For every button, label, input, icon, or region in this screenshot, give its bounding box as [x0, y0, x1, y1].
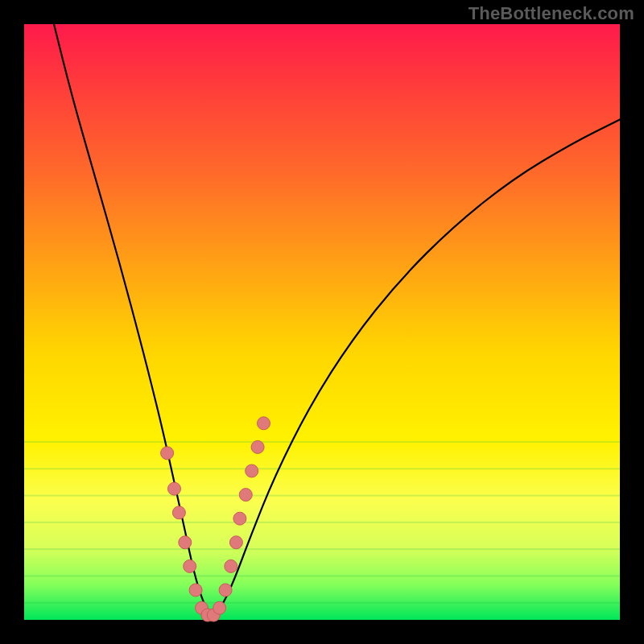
highlight-dots — [161, 417, 270, 621]
highlight-dot — [233, 512, 246, 525]
green-band-line — [24, 468, 620, 469]
highlight-dot — [258, 417, 270, 430]
bottleneck-curve — [54, 24, 620, 614]
highlight-dot — [251, 440, 264, 453]
green-band-line — [24, 576, 620, 577]
highlight-dot — [213, 601, 226, 614]
highlight-dot — [219, 584, 232, 597]
chart-svg — [24, 24, 620, 620]
plot-area — [24, 24, 620, 620]
highlight-dot — [179, 536, 192, 549]
green-band-line — [24, 495, 620, 497]
watermark-text: TheBottleneck.com — [469, 3, 634, 24]
chart-stage: TheBottleneck.com — [0, 0, 644, 644]
highlight-dot — [239, 489, 252, 502]
highlight-dot — [189, 584, 202, 597]
highlight-dot — [168, 482, 181, 495]
green-band-line — [24, 548, 620, 550]
green-band-line — [24, 522, 620, 523]
green-band-line — [24, 441, 620, 443]
highlight-dot — [172, 506, 185, 519]
green-band-line — [24, 602, 620, 604]
highlight-dot — [161, 447, 174, 460]
highlight-dot — [229, 536, 242, 549]
green-band-group — [24, 441, 620, 604]
highlight-dot — [225, 559, 237, 572]
highlight-dot — [184, 559, 196, 572]
highlight-dot — [246, 464, 258, 477]
